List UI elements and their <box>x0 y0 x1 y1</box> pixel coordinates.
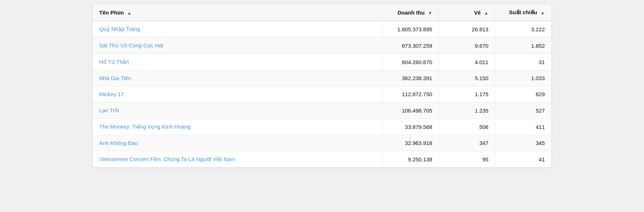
data-table: Tên Phim ▲ Doanh thu ▼ Vé ▲ Suất chiếu ▲… <box>92 4 552 168</box>
col-header-name[interactable]: Tên Phim ▲ <box>93 4 383 21</box>
cell-ve: 1.235 <box>439 102 495 119</box>
col-suatchieu-label: Suất chiếu <box>509 9 537 15</box>
cell-doanhthu: 673.307.259 <box>383 38 439 54</box>
col-ve-label: Vé <box>474 9 481 16</box>
cell-suatchieu: 527 <box>495 102 551 119</box>
cell-movie-name[interactable]: Mickey 17 <box>93 86 383 102</box>
cell-suatchieu: 411 <box>495 119 551 135</box>
cell-ve: 506 <box>439 119 495 135</box>
cell-movie-name[interactable]: Anh Không Đau <box>93 135 383 151</box>
cell-movie-name[interactable]: Lạc Trôi <box>93 102 383 119</box>
col-name-sort-icon: ▲ <box>127 11 132 16</box>
cell-doanhthu: 32.963.918 <box>383 135 439 151</box>
cell-doanhthu: 362.238.391 <box>383 70 439 86</box>
cell-movie-name[interactable]: Quỷ Nhập Tràng <box>93 21 383 38</box>
cell-ve: 95 <box>439 151 495 168</box>
cell-suatchieu: 629 <box>495 86 551 102</box>
table-row: Hổ Tử Thần604.260.8704.01131 <box>93 54 551 70</box>
cell-ve: 9.670 <box>439 38 495 54</box>
cell-suatchieu: 1.852 <box>495 38 551 54</box>
cell-suatchieu: 345 <box>495 135 551 151</box>
cell-doanhthu: 33.879.568 <box>383 119 439 135</box>
table-row: The Monkey: Tiếng Vọng Kinh Hoàng33.879.… <box>93 119 551 135</box>
cell-ve: 347 <box>439 135 495 151</box>
cell-ve: 4.011 <box>439 54 495 70</box>
cell-doanhthu: 604.260.870 <box>383 54 439 70</box>
table-row: Anh Không Đau32.963.918347345 <box>93 135 551 151</box>
table-row: Quỷ Nhập Tràng1.805.373.89526.8133.222 <box>93 21 551 38</box>
cell-ve: 1.175 <box>439 86 495 102</box>
cell-suatchieu: 1.033 <box>495 70 551 86</box>
col-doanhthu-label: Doanh thu <box>397 9 424 16</box>
cell-movie-name[interactable]: Sát Thủ Vô Cùng Cực Hài <box>93 38 383 54</box>
table-row: Sát Thủ Vô Cùng Cực Hài673.307.2599.6701… <box>93 38 551 54</box>
cell-ve: 5.150 <box>439 70 495 86</box>
cell-doanhthu: 112.872.750 <box>383 86 439 102</box>
cell-movie-name[interactable]: Nhà Gia Tiên <box>93 70 383 86</box>
cell-suatchieu: 3.222 <box>495 21 551 38</box>
cell-ve: 26.813 <box>439 21 495 38</box>
cell-movie-name[interactable]: Vietnamese Concert Film: Chúng Ta Là Ngư… <box>93 151 383 168</box>
table-row: Lạc Trôi106.498.7051.235527 <box>93 102 551 119</box>
col-doanhthu-sort-icon: ▼ <box>428 11 432 16</box>
cell-suatchieu: 31 <box>495 54 551 70</box>
cell-doanhthu: 106.498.705 <box>383 102 439 119</box>
cell-movie-name[interactable]: Hổ Tử Thần <box>93 54 383 70</box>
cell-suatchieu: 41 <box>495 151 551 168</box>
table-row: Vietnamese Concert Film: Chúng Ta Là Ngư… <box>93 151 551 168</box>
col-header-suatchieu[interactable]: Suất chiếu ▲ <box>495 4 551 21</box>
col-header-doanhthu[interactable]: Doanh thu ▼ <box>383 4 439 21</box>
col-name-label: Tên Phim <box>99 9 124 16</box>
table-row: Mickey 17112.872.7501.175629 <box>93 86 551 102</box>
cell-movie-name[interactable]: The Monkey: Tiếng Vọng Kinh Hoàng <box>93 119 383 135</box>
col-header-ve[interactable]: Vé ▲ <box>439 4 495 21</box>
cell-doanhthu: 1.805.373.895 <box>383 21 439 38</box>
col-suatchieu-sort-icon: ▲ <box>540 10 545 15</box>
cell-doanhthu: 9.250.138 <box>383 151 439 168</box>
table-row: Nhà Gia Tiên362.238.3915.1501.033 <box>93 70 551 86</box>
col-ve-sort-icon: ▲ <box>484 11 489 16</box>
